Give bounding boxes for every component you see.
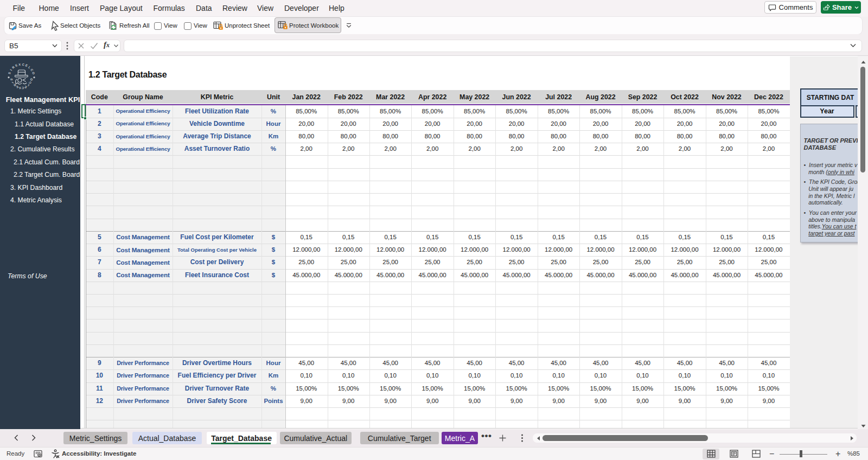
svg-text:O: O — [31, 72, 35, 75]
svg-text:I: I — [9, 68, 12, 71]
svg-text:R: R — [11, 66, 15, 69]
svg-text:X: X — [18, 63, 21, 66]
svg-text:S: S — [10, 78, 14, 81]
svg-text:X: X — [18, 86, 21, 90]
svg-text:E: E — [15, 63, 18, 67]
svg-text:I: I — [11, 81, 14, 84]
svg-text:S: S — [8, 72, 11, 75]
svg-text:C: C — [30, 68, 34, 72]
svg-text:O: O — [29, 78, 33, 81]
svg-text:C: C — [22, 86, 24, 90]
svg-text:C: C — [22, 63, 24, 67]
svg-text:E: E — [25, 63, 28, 67]
